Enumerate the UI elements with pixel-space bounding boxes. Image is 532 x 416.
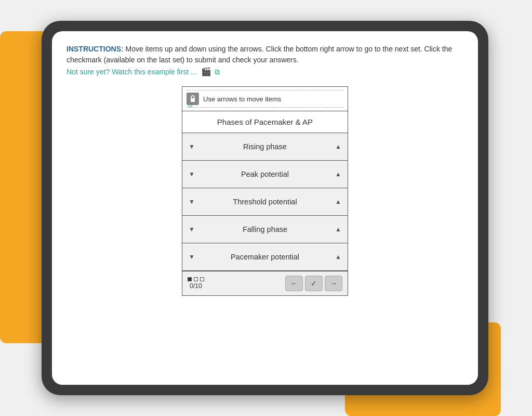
dot-3	[200, 277, 204, 281]
move-down-button-0[interactable]: ▼	[182, 133, 201, 160]
list-item: ▼ Pacemaker potential ▲	[182, 243, 348, 271]
item-label-1: Peak potential	[201, 170, 329, 178]
move-down-button-2[interactable]: ▼	[182, 188, 201, 215]
instructions-block: INSTRUCTIONS: Move items up and down usi…	[66, 44, 463, 78]
tablet-frame: INSTRUCTIONS: Move items up and down usi…	[42, 21, 488, 395]
prev-button[interactable]: ←	[285, 276, 303, 291]
film-icon: 🎬	[201, 66, 211, 78]
move-up-button-3[interactable]: ▲	[329, 216, 348, 243]
move-down-button-3[interactable]: ▼	[182, 216, 201, 243]
progress-dots	[188, 277, 204, 281]
widget-footer: 0/10 ← ✓ →	[182, 271, 348, 295]
dot-2	[194, 277, 198, 281]
external-link-icon[interactable]: ⧉	[215, 67, 220, 77]
lock-refresh-icon	[187, 93, 199, 105]
next-button[interactable]: →	[325, 276, 342, 291]
move-down-button-4[interactable]: ▼	[182, 243, 201, 270]
list-item: ▼ Threshold potential ▲	[182, 188, 348, 216]
dot-1	[188, 277, 192, 281]
move-up-button-4[interactable]: ▲	[329, 243, 348, 270]
instructions-link[interactable]: Not sure yet? Watch this example first .…	[66, 68, 197, 76]
item-label-4: Pacemaker potential	[201, 253, 329, 261]
dashed-line-bottom	[187, 107, 343, 108]
item-label-3: Falling phase	[201, 225, 329, 233]
item-label-2: Threshold potential	[201, 198, 329, 206]
widget-header: Use arrows to move items	[182, 87, 348, 111]
move-up-button-2[interactable]: ▲	[329, 188, 348, 215]
use-arrows-text: Use arrows to move items	[203, 95, 281, 103]
svg-rect-0	[191, 98, 195, 102]
header-content: Use arrows to move items	[187, 93, 343, 105]
check-button[interactable]: ✓	[305, 276, 323, 291]
list-item: ▼ Rising phase ▲	[182, 133, 348, 161]
footer-left: 0/10	[188, 277, 204, 290]
instructions-main-text: Move items up and down using the arrows.…	[66, 45, 452, 64]
move-up-button-1[interactable]: ▲	[329, 161, 348, 188]
dashed-line-top	[187, 90, 343, 90]
score-display: 0/10	[190, 282, 202, 290]
list-item: ▼ Peak potential ▲	[182, 161, 348, 188]
list-item: ▼ Falling phase ▲	[182, 216, 348, 243]
navigation-buttons: ← ✓ →	[285, 276, 342, 291]
instructions-label: INSTRUCTIONS:	[66, 45, 124, 53]
widget-container: Use arrows to move items Phases of Pacem…	[66, 86, 463, 385]
move-up-button-0[interactable]: ▲	[329, 133, 348, 160]
move-down-button-1[interactable]: ▼	[182, 161, 201, 188]
tablet-screen: INSTRUCTIONS: Move items up and down usi…	[52, 31, 478, 385]
sorting-widget: Use arrows to move items Phases of Pacem…	[182, 86, 348, 296]
item-label-0: Rising phase	[201, 142, 329, 151]
category-title: Phases of Pacemaker & AP	[182, 111, 348, 133]
